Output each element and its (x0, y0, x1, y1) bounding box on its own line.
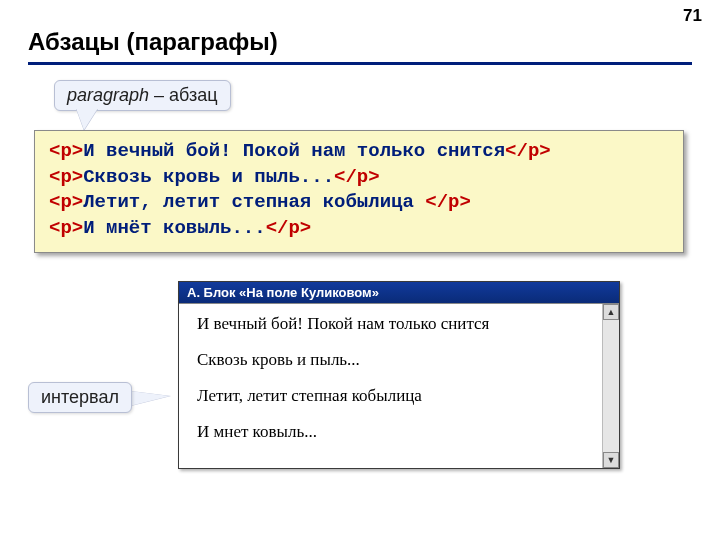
scrollbar[interactable]: ▲ ▼ (602, 304, 619, 468)
tag-close: </p> (505, 140, 551, 162)
tag-open: <p> (49, 166, 83, 188)
window-body: И вечный бой! Покой нам только снится Ск… (179, 303, 619, 468)
callout-italic: paragraph (67, 85, 149, 105)
rendered-paragraph: Сквозь кровь и пыль... (197, 350, 613, 370)
callout-rest: – абзац (149, 85, 218, 105)
window-titlebar: А. Блок «На поле Куликовом» (179, 282, 619, 303)
rendered-paragraph: И мнет ковыль... (197, 422, 613, 442)
tag-close: </p> (266, 217, 312, 239)
tag-close: </p> (334, 166, 380, 188)
code-line: <p>И вечный бой! Покой нам только снится… (49, 139, 669, 165)
page-number: 71 (683, 6, 702, 26)
code-line: <p>И мнёт ковыль...</p> (49, 216, 669, 242)
scroll-up-icon[interactable]: ▲ (603, 304, 619, 320)
scroll-down-icon[interactable]: ▼ (603, 452, 619, 468)
tag-open: <p> (49, 217, 83, 239)
slide-heading: Абзацы (параграфы) (28, 28, 278, 56)
preview-window: А. Блок «На поле Куликовом» И вечный бой… (178, 281, 620, 469)
callout-paragraph: paragraph – абзац (54, 80, 231, 111)
tag-open: <p> (49, 191, 83, 213)
code-line: <p>Летит, летит степная кобылица </p> (49, 190, 669, 216)
code-example: <p>И вечный бой! Покой нам только снится… (34, 130, 684, 253)
callout-tail-icon (76, 108, 98, 130)
rendered-paragraph: Летит, летит степная кобылица (197, 386, 613, 406)
rendered-paragraph: И вечный бой! Покой нам только снится (197, 314, 613, 334)
heading-rule (28, 62, 692, 65)
callout-interval: интервал (28, 382, 132, 413)
tag-open: <p> (49, 140, 83, 162)
code-line: <p>Сквозь кровь и пыль...</p> (49, 165, 669, 191)
tag-close: </p> (425, 191, 471, 213)
